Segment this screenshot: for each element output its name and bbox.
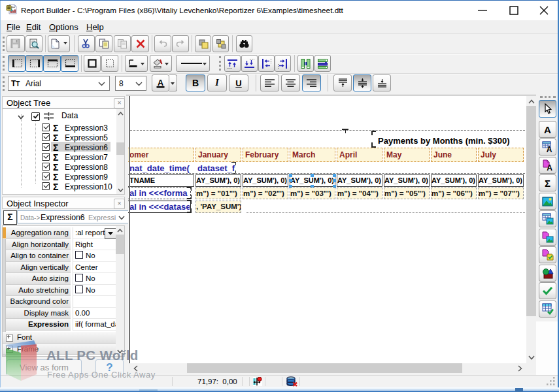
- svg-text:A: A: [547, 163, 552, 172]
- svg-text:A: A: [158, 78, 163, 87]
- svg-text:A: A: [546, 145, 552, 153]
